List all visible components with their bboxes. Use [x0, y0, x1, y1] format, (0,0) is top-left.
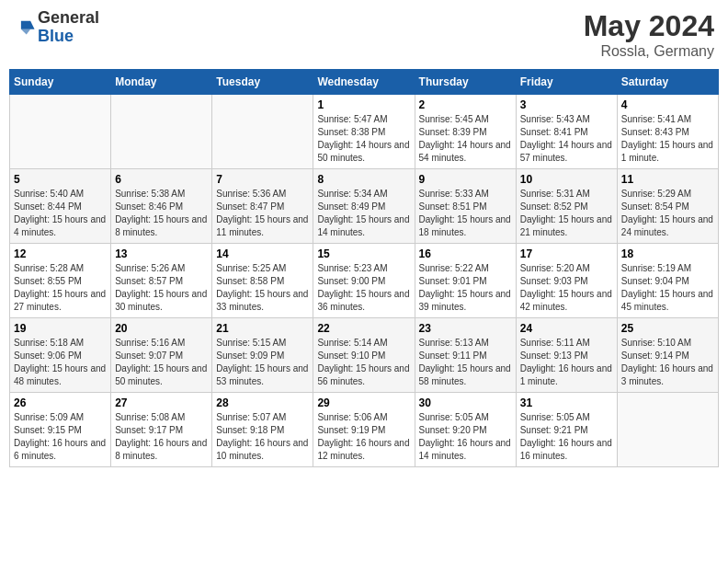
- day-info: Sunrise: 5:11 AM Sunset: 9:13 PM Dayligh…: [520, 337, 613, 388]
- calendar-cell: [111, 95, 212, 169]
- col-tuesday: Tuesday: [212, 70, 313, 95]
- svg-marker-1: [21, 29, 30, 34]
- title-block: May 2024 Rossla, Germany: [584, 9, 714, 60]
- calendar-cell: 2Sunrise: 5:45 AM Sunset: 8:39 PM Daylig…: [415, 95, 516, 169]
- calendar-cell: 20Sunrise: 5:16 AM Sunset: 9:07 PM Dayli…: [111, 318, 212, 393]
- day-info: Sunrise: 5:47 AM Sunset: 8:38 PM Dayligh…: [317, 113, 410, 165]
- calendar-cell: 5Sunrise: 5:40 AM Sunset: 8:44 PM Daylig…: [10, 169, 111, 244]
- day-number: 24: [520, 322, 613, 335]
- day-info: Sunrise: 5:14 AM Sunset: 9:10 PM Dayligh…: [317, 337, 410, 388]
- calendar-header-row: Sunday Monday Tuesday Wednesday Thursday…: [10, 70, 719, 95]
- calendar-cell: 19Sunrise: 5:18 AM Sunset: 9:06 PM Dayli…: [10, 318, 111, 393]
- col-monday: Monday: [111, 70, 212, 95]
- day-info: Sunrise: 5:28 AM Sunset: 8:55 PM Dayligh…: [14, 262, 107, 314]
- calendar-week-row: 26Sunrise: 5:09 AM Sunset: 9:15 PM Dayli…: [10, 393, 719, 467]
- day-number: 18: [621, 247, 714, 260]
- day-number: 31: [520, 396, 613, 409]
- day-number: 1: [317, 98, 410, 111]
- day-number: 25: [621, 322, 714, 335]
- day-info: Sunrise: 5:33 AM Sunset: 8:51 PM Dayligh…: [419, 188, 512, 239]
- page-header: General Blue May 2024 Rossla, Germany: [9, 9, 719, 60]
- day-info: Sunrise: 5:05 AM Sunset: 9:21 PM Dayligh…: [520, 411, 613, 463]
- day-info: Sunrise: 5:08 AM Sunset: 9:17 PM Dayligh…: [115, 411, 208, 463]
- calendar-cell: 16Sunrise: 5:22 AM Sunset: 9:01 PM Dayli…: [415, 244, 516, 318]
- day-info: Sunrise: 5:40 AM Sunset: 8:44 PM Dayligh…: [14, 188, 107, 239]
- day-number: 15: [317, 247, 410, 260]
- calendar-cell: 30Sunrise: 5:05 AM Sunset: 9:20 PM Dayli…: [415, 393, 516, 467]
- day-info: Sunrise: 5:16 AM Sunset: 9:07 PM Dayligh…: [115, 337, 208, 388]
- day-info: Sunrise: 5:09 AM Sunset: 9:15 PM Dayligh…: [14, 411, 107, 463]
- day-number: 20: [115, 322, 208, 335]
- location-subtitle: Rossla, Germany: [584, 43, 714, 60]
- calendar-cell: 17Sunrise: 5:20 AM Sunset: 9:03 PM Dayli…: [516, 244, 617, 318]
- day-number: 17: [520, 247, 613, 260]
- day-info: Sunrise: 5:06 AM Sunset: 9:19 PM Dayligh…: [317, 411, 410, 463]
- day-info: Sunrise: 5:13 AM Sunset: 9:11 PM Dayligh…: [419, 337, 512, 388]
- day-info: Sunrise: 5:23 AM Sunset: 9:00 PM Dayligh…: [317, 262, 410, 314]
- day-number: 14: [216, 247, 309, 260]
- day-info: Sunrise: 5:22 AM Sunset: 9:01 PM Dayligh…: [419, 262, 512, 314]
- calendar-cell: 26Sunrise: 5:09 AM Sunset: 9:15 PM Dayli…: [10, 393, 111, 467]
- day-number: 13: [115, 247, 208, 260]
- day-number: 2: [419, 98, 512, 111]
- calendar-cell: 10Sunrise: 5:31 AM Sunset: 8:52 PM Dayli…: [516, 169, 617, 244]
- day-number: 12: [14, 247, 107, 260]
- calendar-cell: 14Sunrise: 5:25 AM Sunset: 8:58 PM Dayli…: [212, 244, 313, 318]
- calendar-cell: 13Sunrise: 5:26 AM Sunset: 8:57 PM Dayli…: [111, 244, 212, 318]
- calendar-cell: [212, 95, 313, 169]
- day-number: 8: [317, 173, 410, 186]
- day-info: Sunrise: 5:05 AM Sunset: 9:20 PM Dayligh…: [419, 411, 512, 463]
- day-number: 23: [419, 322, 512, 335]
- day-number: 5: [14, 173, 107, 186]
- col-wednesday: Wednesday: [313, 70, 415, 95]
- calendar-cell: [617, 393, 718, 467]
- calendar-cell: 1Sunrise: 5:47 AM Sunset: 8:38 PM Daylig…: [313, 95, 415, 169]
- calendar-week-row: 12Sunrise: 5:28 AM Sunset: 8:55 PM Dayli…: [10, 244, 719, 318]
- day-info: Sunrise: 5:31 AM Sunset: 8:52 PM Dayligh…: [520, 188, 613, 239]
- day-number: 3: [520, 98, 613, 111]
- day-info: Sunrise: 5:15 AM Sunset: 9:09 PM Dayligh…: [216, 337, 309, 388]
- day-number: 27: [115, 396, 208, 409]
- month-year-title: May 2024: [584, 9, 714, 43]
- calendar-week-row: 19Sunrise: 5:18 AM Sunset: 9:06 PM Dayli…: [10, 318, 719, 393]
- calendar-cell: 31Sunrise: 5:05 AM Sunset: 9:21 PM Dayli…: [516, 393, 617, 467]
- day-info: Sunrise: 5:26 AM Sunset: 8:57 PM Dayligh…: [115, 262, 208, 314]
- calendar-cell: 29Sunrise: 5:06 AM Sunset: 9:19 PM Dayli…: [313, 393, 415, 467]
- day-number: 11: [621, 173, 714, 186]
- calendar-cell: 6Sunrise: 5:38 AM Sunset: 8:46 PM Daylig…: [111, 169, 212, 244]
- day-info: Sunrise: 5:38 AM Sunset: 8:46 PM Dayligh…: [115, 188, 208, 239]
- calendar-cell: 9Sunrise: 5:33 AM Sunset: 8:51 PM Daylig…: [415, 169, 516, 244]
- calendar-cell: 8Sunrise: 5:34 AM Sunset: 8:49 PM Daylig…: [313, 169, 415, 244]
- day-info: Sunrise: 5:07 AM Sunset: 9:18 PM Dayligh…: [216, 411, 309, 463]
- day-number: 26: [14, 396, 107, 409]
- calendar-cell: 12Sunrise: 5:28 AM Sunset: 8:55 PM Dayli…: [10, 244, 111, 318]
- logo-icon: [16, 16, 36, 36]
- day-number: 29: [317, 396, 410, 409]
- calendar-cell: 22Sunrise: 5:14 AM Sunset: 9:10 PM Dayli…: [313, 318, 415, 393]
- day-number: 9: [419, 173, 512, 186]
- col-sunday: Sunday: [10, 70, 111, 95]
- calendar-cell: 4Sunrise: 5:41 AM Sunset: 8:43 PM Daylig…: [617, 95, 718, 169]
- day-info: Sunrise: 5:45 AM Sunset: 8:39 PM Dayligh…: [419, 113, 512, 165]
- logo-blue-text: Blue: [38, 27, 74, 45]
- day-number: 22: [317, 322, 410, 335]
- calendar-cell: 7Sunrise: 5:36 AM Sunset: 8:47 PM Daylig…: [212, 169, 313, 244]
- calendar-table: Sunday Monday Tuesday Wednesday Thursday…: [9, 69, 719, 467]
- calendar-cell: 11Sunrise: 5:29 AM Sunset: 8:54 PM Dayli…: [617, 169, 718, 244]
- day-number: 30: [419, 396, 512, 409]
- calendar-cell: 18Sunrise: 5:19 AM Sunset: 9:04 PM Dayli…: [617, 244, 718, 318]
- day-info: Sunrise: 5:41 AM Sunset: 8:43 PM Dayligh…: [621, 113, 714, 165]
- day-info: Sunrise: 5:43 AM Sunset: 8:41 PM Dayligh…: [520, 113, 613, 165]
- day-number: 10: [520, 173, 613, 186]
- day-info: Sunrise: 5:36 AM Sunset: 8:47 PM Dayligh…: [216, 188, 309, 239]
- day-info: Sunrise: 5:34 AM Sunset: 8:49 PM Dayligh…: [317, 188, 410, 239]
- calendar-week-row: 5Sunrise: 5:40 AM Sunset: 8:44 PM Daylig…: [10, 169, 719, 244]
- day-info: Sunrise: 5:19 AM Sunset: 9:04 PM Dayligh…: [621, 262, 714, 314]
- col-saturday: Saturday: [617, 70, 718, 95]
- calendar-cell: [10, 95, 111, 169]
- day-number: 4: [621, 98, 714, 111]
- logo-general-text: General: [38, 8, 99, 27]
- calendar-cell: 27Sunrise: 5:08 AM Sunset: 9:17 PM Dayli…: [111, 393, 212, 467]
- day-info: Sunrise: 5:25 AM Sunset: 8:58 PM Dayligh…: [216, 262, 309, 314]
- day-number: 7: [216, 173, 309, 186]
